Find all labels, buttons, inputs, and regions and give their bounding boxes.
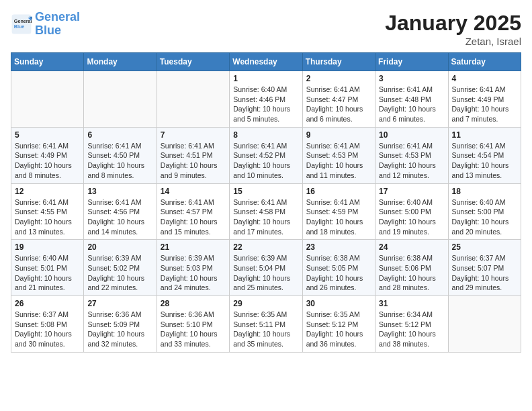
day-info: Sunrise: 6:35 AM Sunset: 5:11 PM Dayligh… [233,310,298,349]
day-number: 18 [452,187,517,196]
header-cell-saturday: Saturday [448,53,521,71]
day-cell [448,296,521,353]
day-number: 14 [161,187,226,196]
day-cell: 1Sunrise: 6:40 AM Sunset: 4:46 PM Daylig… [230,71,302,128]
day-cell: 13Sunrise: 6:41 AM Sunset: 4:56 PM Dayli… [84,183,157,240]
day-number: 8 [233,130,298,140]
page-header: General Blue General Blue January 2025 Z… [11,11,521,47]
day-info: Sunrise: 6:38 AM Sunset: 5:06 PM Dayligh… [379,253,444,293]
calendar-title: January 2025 [385,11,521,36]
day-cell: 15Sunrise: 6:41 AM Sunset: 4:58 PM Dayli… [230,183,302,240]
logo-general: General [35,10,80,24]
day-number: 25 [452,242,517,252]
day-cell: 5Sunrise: 6:41 AM Sunset: 4:49 PM Daylig… [11,127,84,183]
day-info: Sunrise: 6:41 AM Sunset: 4:55 PM Dayligh… [15,197,80,237]
week-row-1: 1Sunrise: 6:40 AM Sunset: 4:46 PM Daylig… [11,71,521,128]
day-number: 29 [233,299,298,308]
day-info: Sunrise: 6:39 AM Sunset: 5:02 PM Dayligh… [87,253,152,293]
day-info: Sunrise: 6:36 AM Sunset: 5:09 PM Dayligh… [87,310,152,349]
day-cell: 25Sunrise: 6:37 AM Sunset: 5:07 PM Dayli… [448,240,521,296]
week-row-2: 5Sunrise: 6:41 AM Sunset: 4:49 PM Daylig… [11,127,521,183]
logo-blue: Blue [35,24,61,37]
day-number: 19 [15,242,80,252]
header-cell-tuesday: Tuesday [157,53,229,71]
day-number: 6 [87,130,152,140]
day-number: 7 [161,130,226,140]
day-cell: 4Sunrise: 6:41 AM Sunset: 4:49 PM Daylig… [448,71,521,128]
day-cell: 27Sunrise: 6:36 AM Sunset: 5:09 PM Dayli… [84,296,157,353]
day-info: Sunrise: 6:40 AM Sunset: 4:46 PM Dayligh… [233,85,298,124]
day-cell: 9Sunrise: 6:41 AM Sunset: 4:53 PM Daylig… [302,127,375,183]
day-cell [11,71,84,128]
header-cell-thursday: Thursday [302,53,375,71]
day-number: 2 [306,74,371,83]
day-info: Sunrise: 6:37 AM Sunset: 5:07 PM Dayligh… [452,253,517,293]
day-number: 5 [15,130,80,140]
day-number: 17 [379,187,444,196]
day-cell: 3Sunrise: 6:41 AM Sunset: 4:48 PM Daylig… [375,71,448,128]
day-info: Sunrise: 6:39 AM Sunset: 5:04 PM Dayligh… [233,253,298,293]
day-cell: 31Sunrise: 6:34 AM Sunset: 5:12 PM Dayli… [375,296,448,353]
day-cell: 21Sunrise: 6:39 AM Sunset: 5:03 PM Dayli… [157,240,229,296]
day-cell: 2Sunrise: 6:41 AM Sunset: 4:47 PM Daylig… [302,71,375,128]
day-cell: 30Sunrise: 6:35 AM Sunset: 5:12 PM Dayli… [302,296,375,353]
week-row-5: 26Sunrise: 6:37 AM Sunset: 5:08 PM Dayli… [11,296,521,353]
calendar-header: SundayMondayTuesdayWednesdayThursdayFrid… [11,53,521,71]
day-number: 15 [233,187,298,196]
day-info: Sunrise: 6:41 AM Sunset: 4:47 PM Dayligh… [306,85,371,124]
day-number: 31 [379,299,444,308]
day-info: Sunrise: 6:41 AM Sunset: 4:52 PM Dayligh… [233,141,298,181]
day-number: 1 [233,74,298,83]
calendar-subtitle: Zetan, Israel [385,36,521,47]
day-cell: 7Sunrise: 6:41 AM Sunset: 4:51 PM Daylig… [157,127,229,183]
day-number: 24 [379,242,444,252]
header-cell-friday: Friday [375,53,448,71]
svg-text:Blue: Blue [14,24,25,30]
day-cell: 28Sunrise: 6:36 AM Sunset: 5:10 PM Dayli… [157,296,229,353]
day-number: 12 [15,187,80,196]
day-cell [157,71,229,128]
header-row: SundayMondayTuesdayWednesdayThursdayFrid… [11,53,521,71]
day-cell: 26Sunrise: 6:37 AM Sunset: 5:08 PM Dayli… [11,296,84,353]
day-number: 3 [379,74,444,83]
day-info: Sunrise: 6:41 AM Sunset: 4:57 PM Dayligh… [161,197,226,237]
day-number: 26 [15,299,80,308]
day-cell: 17Sunrise: 6:40 AM Sunset: 5:00 PM Dayli… [375,183,448,240]
day-cell: 23Sunrise: 6:38 AM Sunset: 5:05 PM Dayli… [302,240,375,296]
day-info: Sunrise: 6:38 AM Sunset: 5:05 PM Dayligh… [306,253,371,293]
day-info: Sunrise: 6:41 AM Sunset: 4:51 PM Dayligh… [161,141,226,181]
day-info: Sunrise: 6:41 AM Sunset: 4:59 PM Dayligh… [306,197,371,237]
day-cell: 29Sunrise: 6:35 AM Sunset: 5:11 PM Dayli… [230,296,302,353]
header-cell-monday: Monday [84,53,157,71]
calendar-body: 1Sunrise: 6:40 AM Sunset: 4:46 PM Daylig… [11,71,521,353]
day-info: Sunrise: 6:40 AM Sunset: 5:00 PM Dayligh… [379,197,444,237]
day-info: Sunrise: 6:41 AM Sunset: 4:48 PM Dayligh… [379,85,444,124]
day-cell: 12Sunrise: 6:41 AM Sunset: 4:55 PM Dayli… [11,183,84,240]
day-info: Sunrise: 6:41 AM Sunset: 4:53 PM Dayligh… [306,141,371,181]
day-cell: 16Sunrise: 6:41 AM Sunset: 4:59 PM Dayli… [302,183,375,240]
day-cell: 6Sunrise: 6:41 AM Sunset: 4:50 PM Daylig… [84,127,157,183]
header-cell-sunday: Sunday [11,53,84,71]
day-info: Sunrise: 6:41 AM Sunset: 4:49 PM Dayligh… [15,141,80,181]
week-row-3: 12Sunrise: 6:41 AM Sunset: 4:55 PM Dayli… [11,183,521,240]
header-cell-wednesday: Wednesday [230,53,302,71]
calendar-table: SundayMondayTuesdayWednesdayThursdayFrid… [11,52,521,353]
day-info: Sunrise: 6:37 AM Sunset: 5:08 PM Dayligh… [15,310,80,349]
day-info: Sunrise: 6:40 AM Sunset: 5:00 PM Dayligh… [452,197,517,237]
day-number: 30 [306,299,371,308]
day-cell: 11Sunrise: 6:41 AM Sunset: 4:54 PM Dayli… [448,127,521,183]
day-info: Sunrise: 6:35 AM Sunset: 5:12 PM Dayligh… [306,310,371,349]
day-cell: 24Sunrise: 6:38 AM Sunset: 5:06 PM Dayli… [375,240,448,296]
day-cell [84,71,157,128]
day-info: Sunrise: 6:41 AM Sunset: 4:53 PM Dayligh… [379,141,444,181]
day-cell: 20Sunrise: 6:39 AM Sunset: 5:02 PM Dayli… [84,240,157,296]
day-number: 23 [306,242,371,252]
day-number: 13 [87,187,152,196]
logo: General Blue General Blue [11,11,80,38]
day-info: Sunrise: 6:41 AM Sunset: 4:49 PM Dayligh… [452,85,517,124]
day-info: Sunrise: 6:40 AM Sunset: 5:01 PM Dayligh… [15,253,80,293]
title-block: January 2025 Zetan, Israel [385,11,521,47]
day-info: Sunrise: 6:41 AM Sunset: 4:58 PM Dayligh… [233,197,298,237]
day-number: 9 [306,130,371,140]
week-row-4: 19Sunrise: 6:40 AM Sunset: 5:01 PM Dayli… [11,240,521,296]
